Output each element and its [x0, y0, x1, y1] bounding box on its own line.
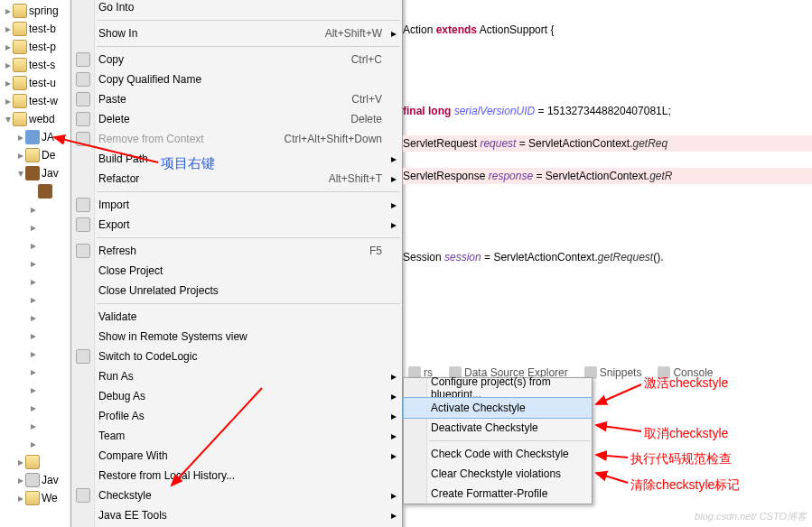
tree-item-label: De — [42, 149, 55, 162]
tree-twisty-icon[interactable]: ▸ — [29, 293, 38, 306]
tree-item[interactable]: ▸test-p — [0, 38, 77, 56]
tree-item[interactable]: ▸ — [0, 381, 77, 399]
checkstyle-icon — [76, 488, 90, 503]
menu-item-switch-to-codelogic[interactable]: Switch to CodeLogic — [71, 347, 402, 366]
menu-item-validate[interactable]: Validate — [71, 307, 402, 327]
menu-item-run-as[interactable]: Run As▸ — [71, 366, 402, 386]
tree-twisty-icon[interactable]: ▸ — [29, 438, 38, 450]
submenu-item-create-formatter-profile[interactable]: Create Formatter-Profile — [404, 484, 592, 504]
menu-item-compare-with[interactable]: Compare With▸ — [71, 446, 402, 466]
tree-twisty-icon[interactable]: ▸ — [4, 77, 13, 89]
tree-twisty-icon[interactable]: ▸ — [29, 239, 38, 252]
tree-item[interactable]: ▸test-u — [0, 74, 77, 92]
tree-twisty-icon[interactable]: ▾ — [4, 113, 13, 125]
tree-item[interactable]: ▸ — [0, 327, 77, 345]
tree-item[interactable]: ▸spring — [0, 2, 77, 20]
tree-item[interactable]: ▸Jav — [0, 471, 77, 489]
tree-twisty-icon[interactable]: ▸ — [29, 365, 38, 378]
tree-item[interactable]: ▸De — [0, 146, 77, 164]
tree-twisty-icon[interactable]: ▾ — [16, 167, 25, 180]
tree-item[interactable]: ▸ — [0, 200, 77, 218]
tree-item[interactable]: ▸JA — [0, 128, 77, 146]
tree-twisty-icon[interactable]: ▸ — [4, 41, 13, 53]
tree-item[interactable] — [0, 182, 77, 200]
tree-twisty-icon[interactable]: ▸ — [29, 402, 38, 414]
tab-console[interactable]: Console — [652, 365, 718, 381]
tree-twisty-icon[interactable]: ▸ — [29, 311, 38, 324]
tree-item[interactable]: ▸ — [0, 399, 77, 417]
tree-twisty-icon[interactable]: ▸ — [16, 131, 25, 143]
tree-item[interactable]: ▸We — [0, 489, 77, 507]
menu-item-profile-as[interactable]: Profile As▸ — [71, 406, 402, 426]
submenu-arrow-icon: ▸ — [391, 153, 397, 165]
tree-item[interactable]: ▸ — [0, 254, 77, 273]
tree-item[interactable]: ▸test-b — [0, 20, 77, 38]
submenu-item-check-code-with-checkstyle[interactable]: Check Code with Checkstyle — [404, 444, 592, 464]
tree-item[interactable]: ▾webd — [0, 110, 77, 128]
submenu-item-deactivate-checkstyle[interactable]: Deactivate Checkstyle — [404, 418, 592, 438]
tree-twisty-icon[interactable]: ▸ — [29, 221, 38, 234]
tree-twisty-icon[interactable]: ▸ — [16, 149, 25, 162]
menu-separator — [97, 20, 400, 21]
menu-item-go-into[interactable]: Go Into — [71, 0, 402, 17]
submenu-arrow-icon: ▸ — [391, 27, 397, 40]
tree-twisty-icon[interactable]: ▸ — [4, 5, 13, 17]
tree-item[interactable]: ▸ — [0, 218, 77, 236]
menu-item-restore-from-local-history-[interactable]: Restore from Local History... — [71, 466, 402, 485]
tree-item[interactable]: ▸ — [0, 345, 77, 363]
tree-item[interactable]: ▸ — [0, 363, 77, 381]
context-menu[interactable]: Go IntoShow InAlt+Shift+W▸CopyCtrl+CCopy… — [70, 0, 403, 527]
menu-item-team[interactable]: Team▸ — [71, 426, 402, 446]
submenu-item-configure-project-s-from-blueprint-[interactable]: Configure project(s) from blueprint... — [404, 378, 592, 398]
tree-twisty-icon[interactable]: ▸ — [16, 492, 25, 504]
tree-twisty-icon[interactable]: ▸ — [16, 456, 25, 468]
tree-twisty-icon[interactable]: ▸ — [29, 275, 38, 288]
tree-node-icon — [38, 328, 52, 343]
tree-item[interactable]: ▸ — [0, 273, 77, 291]
tree-item[interactable]: ▸ — [0, 236, 77, 254]
tree-twisty-icon[interactable]: ▸ — [16, 474, 25, 486]
tree-item[interactable]: ▸test-w — [0, 92, 77, 110]
tree-twisty-icon[interactable]: ▸ — [29, 347, 38, 360]
submenu-arrow-icon: ▸ — [391, 199, 397, 211]
tree-twisty-icon[interactable]: ▸ — [29, 257, 38, 270]
menu-item-export[interactable]: Export▸ — [71, 215, 402, 235]
tree-item[interactable]: ▸ — [0, 417, 77, 435]
menu-item-build-path[interactable]: Build Path▸ — [71, 149, 402, 169]
tree-node-icon — [38, 419, 52, 433]
menu-item-debug-as[interactable]: Debug As▸ — [71, 386, 402, 406]
menu-item-copy-qualified-name[interactable]: Copy Qualified Name — [71, 69, 402, 89]
code-editor[interactable]: Action extends ActionSupport {final long… — [403, 0, 812, 363]
tree-item[interactable]: ▸ — [0, 453, 77, 471]
menu-item-import[interactable]: Import▸ — [71, 195, 402, 215]
tree-item[interactable]: ▸ — [0, 291, 77, 309]
menu-item-java-ee-tools[interactable]: Java EE Tools▸ — [71, 505, 402, 525]
tree-twisty-icon[interactable]: ▸ — [4, 23, 13, 35]
tree-twisty-icon[interactable]: ▸ — [29, 329, 38, 342]
tree-item[interactable]: ▸ — [0, 435, 77, 453]
menu-item-close-project[interactable]: Close Project — [71, 261, 402, 281]
menu-item-delete[interactable]: DeleteDelete — [71, 109, 402, 129]
tree-twisty-icon[interactable]: ▸ — [29, 384, 38, 396]
submenu-item-clear-checkstyle-violations[interactable]: Clear Checkstyle violations — [404, 464, 592, 484]
submenu-item-activate-checkstyle[interactable]: Activate Checkstyle — [404, 398, 592, 418]
menu-item-paste[interactable]: PasteCtrl+V — [71, 89, 402, 109]
tree-twisty-icon[interactable]: ▸ — [29, 203, 38, 216]
tree-item[interactable]: ▾Jav — [0, 164, 77, 182]
tree-twisty-icon[interactable]: ▸ — [4, 95, 13, 107]
menu-item-show-in[interactable]: Show InAlt+Shift+W▸ — [71, 23, 402, 43]
checkstyle-submenu[interactable]: Configure project(s) from blueprint...Ac… — [403, 377, 593, 504]
menu-item-show-in-remote-systems-view[interactable]: Show in Remote Systems view — [71, 327, 402, 347]
menu-item-refactor[interactable]: RefactorAlt+Shift+T▸ — [71, 169, 402, 189]
menu-item-label: Switch to CodeLogic — [98, 350, 197, 363]
menu-item-close-unrelated-projects[interactable]: Close Unrelated Projects — [71, 281, 402, 300]
tree-item[interactable]: ▸test-s — [0, 56, 77, 74]
code-line: Action extends ActionSupport { — [403, 22, 812, 38]
menu-item-checkstyle[interactable]: Checkstyle▸ — [71, 485, 402, 505]
tree-item[interactable]: ▸ — [0, 309, 77, 327]
project-explorer-tree[interactable]: ▸spring▸test-b▸test-p▸test-s▸test-u▸test… — [0, 0, 77, 527]
tree-twisty-icon[interactable]: ▸ — [29, 420, 38, 432]
menu-item-refresh[interactable]: RefreshF5 — [71, 241, 402, 261]
menu-item-copy[interactable]: CopyCtrl+C — [71, 50, 402, 69]
tree-twisty-icon[interactable]: ▸ — [4, 59, 13, 71]
